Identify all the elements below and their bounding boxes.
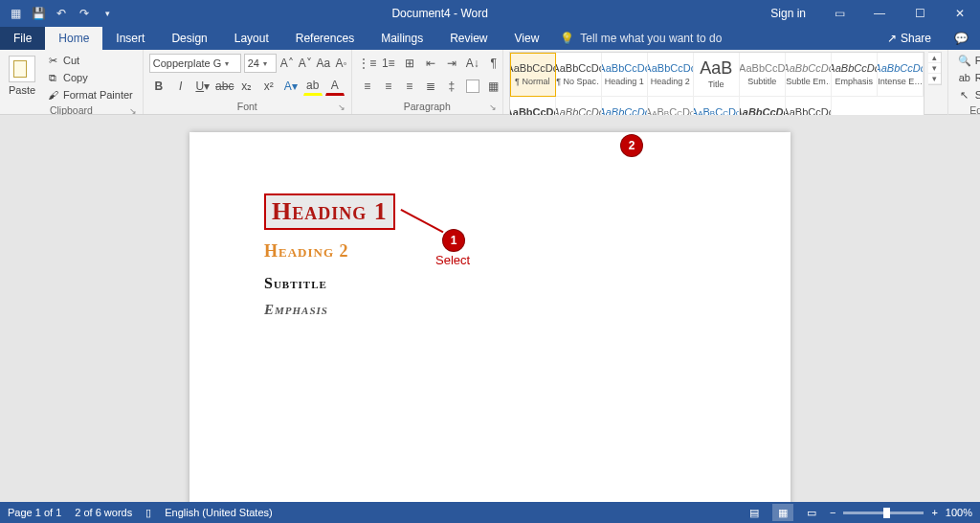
text-effects-button[interactable]: A▾ (281, 77, 301, 96)
autosave-icon[interactable]: ▦ (6, 3, 25, 24)
decrease-indent-button[interactable]: ⇤ (421, 54, 440, 73)
change-case-icon[interactable]: Aa (316, 54, 331, 73)
style-item[interactable]: AaBTitle (694, 53, 740, 97)
gallery-scroll-down[interactable]: ▾ (928, 63, 941, 74)
show-marks-button[interactable]: ¶ (484, 54, 503, 73)
justify-button[interactable]: ≣ (421, 77, 440, 96)
style-item[interactable]: AaBbCcDc¶ No Spac… (556, 53, 602, 97)
redo-icon[interactable]: ↷ (75, 3, 94, 24)
highlight-button[interactable]: ab (303, 77, 323, 96)
subscript-button[interactable]: x₂ (237, 77, 256, 96)
scissors-icon: ✂ (46, 54, 59, 67)
sort-button[interactable]: A↓ (463, 54, 482, 73)
cut-button[interactable]: ✂Cut (42, 52, 137, 69)
font-color-button[interactable]: A (325, 77, 345, 96)
dialog-launcher-icon[interactable]: ↘ (338, 102, 345, 112)
align-left-button[interactable]: ≡ (358, 77, 377, 96)
strike-button[interactable]: abc (215, 77, 234, 96)
dialog-launcher-icon[interactable]: ↘ (489, 102, 497, 112)
share-button[interactable]: ↗Share (876, 27, 943, 50)
view-web-icon[interactable]: ▭ (801, 504, 822, 521)
style-item[interactable]: AaBbCcDc¶ Normal (510, 53, 556, 97)
zoom-out-button[interactable]: − (830, 507, 835, 518)
ribbon-tabs: File Home Insert Design Layout Reference… (0, 27, 980, 50)
copy-button[interactable]: ⧉Copy (42, 69, 137, 86)
search-icon: 🔍 (958, 54, 971, 67)
font-size-combo[interactable]: 24▾ (244, 54, 277, 73)
group-font: Copperplate G▾ 24▾ A˄ A˅ Aa A◦ B I U▾ ab… (144, 50, 352, 114)
paste-button[interactable]: Paste (6, 52, 38, 96)
gallery-scroll-up[interactable]: ▴ (928, 53, 941, 63)
tell-me[interactable]: 💡Tell me what you want to do (552, 27, 729, 50)
minimize-icon[interactable]: — (859, 3, 900, 24)
style-item[interactable]: AaBbCcDcHeading 1 (602, 53, 648, 97)
tab-design[interactable]: Design (158, 27, 220, 50)
style-item[interactable]: AaBbCcDcIntense E… (878, 53, 924, 97)
style-item[interactable]: AaBbCcDcEmphasis (832, 53, 878, 97)
bullets-button[interactable]: ⋮≡ (358, 54, 377, 73)
document-canvas[interactable]: Heading 1 Heading 2 Subtitle Emphasis (0, 115, 980, 502)
shading-button[interactable] (463, 77, 482, 96)
sign-in-button[interactable]: Sign in (757, 7, 819, 20)
replace-button[interactable]: abReplace (954, 69, 980, 86)
find-button[interactable]: 🔍Find▾ (954, 52, 980, 69)
heading1-selection[interactable]: Heading 1 (264, 193, 395, 230)
annotation-callout-1: 1 (443, 230, 464, 251)
status-page[interactable]: Page 1 of 1 (8, 507, 61, 518)
view-print-icon[interactable]: ▦ (772, 504, 793, 521)
tab-references[interactable]: References (282, 27, 368, 50)
save-icon[interactable]: 💾 (29, 3, 48, 24)
numbering-button[interactable]: 1≡ (379, 54, 398, 73)
increase-indent-button[interactable]: ⇥ (442, 54, 461, 73)
clear-format-icon[interactable]: A◦ (334, 54, 349, 73)
ribbon: Paste ✂Cut ⧉Copy 🖌Format Painter Clipboa… (0, 50, 980, 115)
tab-view[interactable]: View (501, 27, 553, 50)
shrink-font-icon[interactable]: A˅ (298, 54, 313, 73)
style-item[interactable]: AaBbCcDcSubtle Em… (786, 53, 832, 97)
multilevel-button[interactable]: ⊞ (400, 54, 419, 73)
superscript-button[interactable]: x² (259, 77, 278, 96)
group-label: Paragraph (404, 101, 451, 112)
underline-button[interactable]: U▾ (193, 77, 212, 96)
comments-icon[interactable]: 💬 (943, 27, 980, 50)
grow-font-icon[interactable]: A˄ (279, 54, 295, 73)
status-proofing-icon[interactable]: ▯ (145, 507, 151, 519)
page[interactable]: Heading 1 Heading 2 Subtitle Emphasis (189, 132, 791, 502)
font-name-combo[interactable]: Copperplate G▾ (149, 54, 241, 73)
cursor-icon: ↖ (958, 88, 971, 102)
tab-file[interactable]: File (0, 27, 45, 50)
tab-mailings[interactable]: Mailings (368, 27, 436, 50)
view-read-icon[interactable]: ▤ (744, 504, 765, 521)
status-words[interactable]: 2 of 6 words (75, 507, 132, 518)
copy-icon: ⧉ (46, 71, 59, 84)
close-icon[interactable]: ✕ (940, 3, 980, 24)
italic-button[interactable]: I (171, 77, 190, 96)
bold-button[interactable]: B (149, 77, 168, 96)
zoom-slider[interactable] (843, 512, 924, 514)
tab-layout[interactable]: Layout (221, 27, 282, 50)
tab-insert[interactable]: Insert (102, 27, 158, 50)
status-bar: Page 1 of 1 2 of 6 words ▯ English (Unit… (0, 502, 980, 523)
group-label: Font (237, 101, 257, 112)
gallery-more-button[interactable]: ▾ (928, 74, 941, 84)
annotation-callout-2: 2 (621, 135, 642, 156)
maximize-icon[interactable]: ☐ (900, 3, 940, 24)
zoom-in-button[interactable]: + (931, 507, 937, 518)
zoom-level[interactable]: 100% (946, 507, 972, 518)
tab-home[interactable]: Home (45, 27, 102, 50)
style-item[interactable]: AaBbCcDcHeading 2 (648, 53, 694, 97)
subtitle-text: Subtitle (264, 275, 716, 292)
line-spacing-button[interactable]: ‡ (442, 77, 461, 96)
status-language[interactable]: English (United States) (165, 507, 273, 518)
align-right-button[interactable]: ≡ (400, 77, 419, 96)
align-center-button[interactable]: ≡ (379, 77, 398, 96)
tab-review[interactable]: Review (436, 27, 501, 50)
borders-button[interactable]: ▦ (484, 77, 503, 96)
select-button[interactable]: ↖Select▾ (954, 86, 980, 103)
qat-customize-icon[interactable]: ▾ (98, 3, 117, 24)
undo-icon[interactable]: ↶ (52, 3, 71, 24)
format-painter-button[interactable]: 🖌Format Painter (42, 86, 137, 103)
title-bar: ▦ 💾 ↶ ↷ ▾ Document4 - Word Sign in ▭ — ☐… (0, 0, 980, 27)
ribbon-options-icon[interactable]: ▭ (819, 3, 859, 24)
style-item[interactable]: AaBbCcDSubtitle (740, 53, 786, 97)
